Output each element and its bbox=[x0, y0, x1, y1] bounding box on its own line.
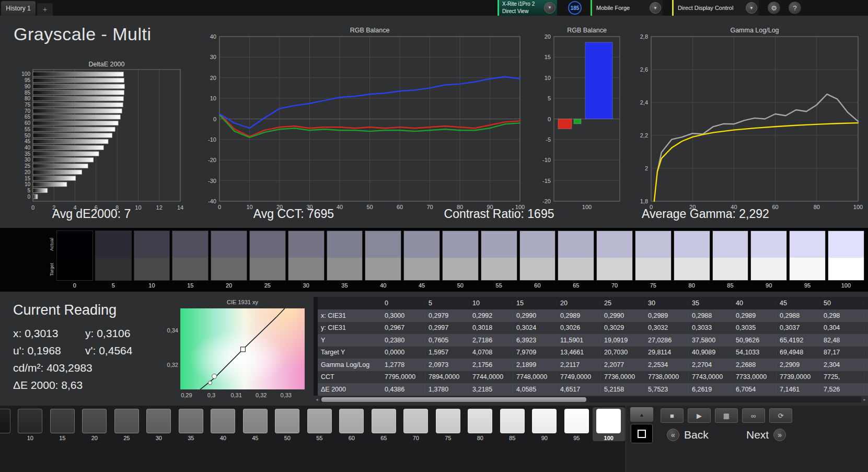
table-cell: 0,3035 bbox=[733, 324, 777, 331]
svg-text:80: 80 bbox=[814, 204, 820, 210]
pattern-level-15[interactable]: 15 bbox=[47, 407, 79, 441]
table-row: CCT7795,00007894,00007744,00007748,00007… bbox=[314, 371, 868, 384]
pattern-level-70[interactable]: 70 bbox=[400, 407, 432, 441]
luminance-badge[interactable]: 185 bbox=[568, 1, 582, 15]
pattern-window-button[interactable] bbox=[631, 424, 653, 443]
table-row: Y0,23800,76052,71866,392311,590119,09192… bbox=[314, 334, 868, 347]
pattern-level-95[interactable]: 95 bbox=[561, 407, 593, 441]
table-cell: 0,304 bbox=[820, 324, 864, 331]
pattern-level-label: 40 bbox=[207, 435, 239, 441]
target-swatch bbox=[751, 258, 786, 280]
refresh-button[interactable]: ⟳ bbox=[769, 408, 792, 423]
pattern-level-55[interactable]: 55 bbox=[304, 407, 336, 441]
continuous-button[interactable]: ∞ bbox=[742, 408, 765, 423]
actual-swatch bbox=[674, 231, 710, 258]
x-label: x: bbox=[13, 327, 21, 339]
svg-text:65: 65 bbox=[25, 114, 31, 120]
pattern-level-85[interactable]: 85 bbox=[496, 407, 529, 441]
table-row-label: x: CIE31 bbox=[318, 312, 381, 319]
svg-text:0: 0 bbox=[218, 204, 221, 210]
source-dropdown-icon[interactable]: ▼ bbox=[650, 2, 661, 14]
meter-mode: Direct View bbox=[502, 8, 545, 15]
de-label: ΔE 2000: bbox=[13, 379, 58, 391]
scroll-left-arrow[interactable]: ◂ bbox=[314, 397, 320, 402]
play-button[interactable]: ▶ bbox=[688, 408, 711, 423]
target-swatch bbox=[713, 258, 748, 280]
table-cell: 0,2990 bbox=[513, 312, 557, 319]
actual-swatch bbox=[57, 231, 92, 258]
meter-selector[interactable]: X-Rite i1Pro 2 Direct View ▼ bbox=[497, 0, 557, 16]
svg-text:85: 85 bbox=[25, 90, 31, 96]
actual-swatch bbox=[134, 231, 170, 258]
pattern-level-60[interactable]: 60 bbox=[335, 407, 368, 441]
reading-luminance-row: cd/m²: 403,2983 bbox=[13, 359, 170, 376]
table-cell: 87,17 bbox=[820, 349, 864, 356]
table-scrollbar[interactable]: ◂ ▸ bbox=[314, 397, 868, 402]
pattern-level-label: 75 bbox=[432, 435, 465, 441]
pattern-level-40[interactable]: 40 bbox=[207, 407, 239, 441]
back-button[interactable]: « Back bbox=[667, 427, 709, 443]
svg-text:RGB Balance: RGB Balance bbox=[350, 27, 390, 34]
pattern-level-100[interactable]: 100 bbox=[593, 407, 625, 441]
table-cell: 82,48 bbox=[820, 337, 864, 344]
settings-gear-icon[interactable]: ⚙ bbox=[767, 1, 781, 15]
table-row-label: Target Y bbox=[318, 349, 381, 356]
table-cell: 0,2990 bbox=[601, 312, 645, 319]
pattern-level-label: 45 bbox=[239, 435, 272, 441]
pattern-swatch bbox=[500, 409, 525, 433]
svg-text:20: 20 bbox=[545, 33, 551, 40]
svg-text:2,4: 2,4 bbox=[640, 99, 648, 106]
pattern-level-30[interactable]: 30 bbox=[143, 407, 175, 441]
target-row-label: Target bbox=[48, 258, 55, 280]
strip-swatch-label: 55 bbox=[481, 282, 517, 289]
source-selector[interactable]: Mobile Forge ▼ bbox=[591, 0, 663, 16]
meter-dropdown-icon[interactable]: ▼ bbox=[544, 2, 555, 14]
table-row-label: Gamma Log/Log bbox=[318, 361, 381, 369]
svg-text:0: 0 bbox=[27, 194, 30, 200]
svg-text:50: 50 bbox=[25, 133, 31, 139]
pattern-button[interactable]: ▦ bbox=[715, 408, 738, 423]
strip-swatch-label: 80 bbox=[674, 282, 710, 289]
strip-swatch-65: 65 bbox=[558, 231, 594, 289]
display-control-dropdown-icon[interactable]: ▼ bbox=[746, 2, 757, 14]
pattern-swatch bbox=[436, 409, 460, 433]
actual-swatch bbox=[327, 231, 363, 258]
strip-swatch-label: 5 bbox=[95, 282, 132, 289]
strip-swatch-label: 60 bbox=[519, 282, 556, 289]
pattern-level-10[interactable]: 10 bbox=[14, 407, 47, 441]
pattern-toolbar: 0510152025303540455055606570758085909510… bbox=[0, 406, 868, 472]
pattern-level-65[interactable]: 65 bbox=[368, 407, 400, 441]
pattern-level-80[interactable]: 80 bbox=[464, 407, 496, 441]
svg-text:-20: -20 bbox=[208, 157, 216, 163]
display-control-selector[interactable]: Direct Display Control ▼ bbox=[672, 0, 759, 16]
svg-text:30: 30 bbox=[25, 157, 31, 163]
pattern-level-25[interactable]: 25 bbox=[111, 407, 143, 441]
help-icon[interactable]: ? bbox=[788, 1, 802, 15]
pattern-level-20[interactable]: 20 bbox=[78, 407, 111, 441]
actual-swatch bbox=[404, 231, 439, 258]
expand-up-button[interactable]: ▲ bbox=[630, 407, 653, 422]
strip-swatch-label: 100 bbox=[828, 282, 864, 289]
target-swatch bbox=[520, 258, 555, 280]
tab-history-1[interactable]: History 1 bbox=[1, 1, 36, 16]
scroll-thumb[interactable] bbox=[321, 397, 586, 402]
svg-text:35: 35 bbox=[25, 151, 31, 157]
avg-de2000-label: Avg dE2000: 7 bbox=[52, 207, 131, 221]
pattern-level-75[interactable]: 75 bbox=[432, 407, 465, 441]
pattern-swatch bbox=[339, 409, 364, 433]
target-swatch bbox=[134, 258, 170, 280]
pattern-level-35[interactable]: 35 bbox=[175, 407, 207, 441]
table-cell: 69,4948 bbox=[777, 349, 820, 356]
next-label: Next bbox=[746, 429, 769, 441]
pattern-level-5[interactable]: 5 bbox=[0, 407, 14, 441]
pattern-level-50[interactable]: 50 bbox=[271, 407, 304, 441]
add-tab-button[interactable]: + bbox=[37, 3, 53, 16]
strip-swatch-label: 85 bbox=[712, 282, 749, 289]
pattern-level-90[interactable]: 90 bbox=[528, 407, 561, 441]
table-cell: 6,2619 bbox=[689, 386, 733, 393]
pattern-level-45[interactable]: 45 bbox=[239, 407, 272, 441]
stop-button[interactable]: ■ bbox=[661, 408, 684, 423]
next-button[interactable]: Next » bbox=[746, 427, 786, 443]
scroll-right-arrow[interactable]: ▸ bbox=[861, 397, 868, 402]
scroll-track[interactable] bbox=[320, 397, 861, 402]
